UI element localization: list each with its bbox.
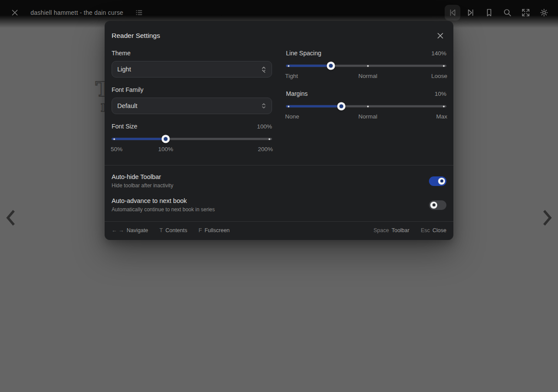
- skip-next-icon: [466, 8, 476, 17]
- line-spacing-value: 140%: [431, 50, 446, 57]
- line-spacing-label: Line Spacing: [286, 50, 321, 57]
- margins-label: Margins: [286, 90, 308, 97]
- line-spacing-slider[interactable]: [286, 62, 446, 70]
- theme-select[interactable]: Light: [112, 61, 272, 78]
- hint-label: Toolbar: [391, 227, 409, 233]
- search-icon: [503, 8, 512, 17]
- table-of-contents-button[interactable]: [131, 5, 147, 20]
- auto-hide-toolbar-switch[interactable]: [429, 176, 446, 186]
- hint-key: ← →: [112, 227, 124, 233]
- fullscreen-button[interactable]: [518, 5, 534, 20]
- contents-list-icon: [135, 8, 143, 17]
- font-family-select[interactable]: Default: [112, 98, 272, 114]
- slider-track: [286, 105, 446, 108]
- auto-hide-toolbar-title: Auto-hide Toolbar: [112, 173, 173, 180]
- margins-slider-thumb[interactable]: [337, 102, 345, 111]
- hint-toolbar: Space Toolbar: [374, 227, 409, 233]
- font-family-selected-value: Default: [117, 102, 137, 109]
- font-size-slider-thumb[interactable]: [162, 135, 170, 143]
- hint-key: Space: [374, 227, 389, 233]
- slider-dot: [367, 65, 369, 67]
- slider-dot: [288, 65, 289, 67]
- switch-knob: [438, 178, 445, 185]
- font-size-tick-max: 200%: [258, 146, 273, 152]
- hint-key: Esc: [421, 227, 430, 233]
- slider-track: [286, 65, 446, 67]
- book-title: dashiell hammett - the dain curse: [31, 9, 123, 16]
- close-icon: [437, 32, 444, 39]
- theme-label: Theme: [112, 50, 272, 57]
- theme-selected-value: Light: [117, 66, 131, 73]
- slider-dot: [113, 138, 115, 140]
- select-chevrons-icon: [261, 66, 266, 73]
- margins-tick-min: None: [285, 113, 299, 120]
- font-size-tick-min: 50%: [111, 146, 122, 152]
- close-book-button[interactable]: [7, 5, 23, 20]
- auto-advance-switch[interactable]: [429, 200, 446, 210]
- bookmark-icon: [484, 8, 494, 17]
- slider-dot: [269, 138, 270, 140]
- keyboard-hints-footer: ← → Navigate T Contents F Fullscreen Spa…: [112, 222, 446, 240]
- font-size-slider[interactable]: [112, 135, 272, 143]
- next-page-arrow[interactable]: [541, 208, 554, 227]
- slider-track: [112, 138, 272, 140]
- hint-label: Fullscreen: [204, 227, 230, 233]
- slider-fill: [286, 65, 331, 67]
- settings-gear-icon: [539, 8, 549, 17]
- line-spacing-slider-thumb[interactable]: [327, 62, 335, 70]
- next-book-button[interactable]: [463, 5, 479, 20]
- line-spacing-tick-max: Loose: [431, 73, 447, 79]
- font-size-value: 100%: [257, 123, 272, 130]
- line-spacing-tick-mid: Normal: [358, 73, 378, 79]
- hint-label: Navigate: [126, 227, 148, 233]
- bookmark-button[interactable]: [481, 5, 497, 20]
- auto-hide-toolbar-subtitle: Hide toolbar after inactivity: [112, 182, 173, 189]
- search-button[interactable]: [500, 5, 515, 20]
- previous-book-button[interactable]: [445, 5, 460, 20]
- modal-close-button[interactable]: [434, 30, 446, 42]
- auto-advance-row: Auto-advance to next book Automatically …: [112, 189, 446, 213]
- slider-fill: [286, 105, 341, 108]
- previous-page-arrow[interactable]: [4, 208, 17, 227]
- font-size-tick-mid: 100%: [158, 146, 174, 152]
- margins-tick-max: Max: [436, 113, 447, 120]
- hint-label: Contents: [165, 227, 187, 233]
- line-spacing-tick-min: Tight: [285, 73, 298, 79]
- hint-key: F: [199, 227, 202, 233]
- font-size-label: Font Size: [112, 123, 137, 130]
- reader-settings-modal: Reader Settings Theme Light Font Family …: [105, 21, 453, 240]
- hint-fullscreen: F Fullscreen: [199, 227, 230, 233]
- font-family-label: Font Family: [112, 86, 272, 93]
- auto-advance-title: Auto-advance to next book: [112, 197, 215, 204]
- hint-navigate: ← → Navigate: [112, 227, 148, 233]
- hint-contents: T Contents: [160, 227, 187, 233]
- slider-dot: [443, 65, 445, 67]
- slider-fill: [112, 138, 166, 140]
- modal-title: Reader Settings: [112, 32, 160, 40]
- margins-tick-mid: Normal: [358, 113, 378, 120]
- auto-advance-subtitle: Automatically continue to next book in s…: [112, 206, 215, 213]
- fullscreen-expand-icon: [521, 8, 531, 17]
- chevron-left-icon: [6, 210, 15, 226]
- auto-hide-toolbar-row: Auto-hide Toolbar Hide toolbar after ina…: [112, 166, 446, 189]
- hint-close: Esc Close: [421, 227, 446, 233]
- margins-value: 10%: [435, 91, 446, 97]
- switch-knob: [430, 202, 437, 209]
- margins-slider[interactable]: [286, 102, 446, 110]
- close-icon: [11, 9, 19, 17]
- hint-key: T: [160, 227, 163, 233]
- skip-previous-icon: [448, 8, 457, 17]
- hint-label: Close: [432, 227, 446, 233]
- settings-button[interactable]: [536, 5, 552, 20]
- slider-dot: [367, 105, 369, 107]
- select-chevrons-icon: [261, 102, 266, 109]
- slider-dot: [288, 105, 289, 107]
- chevron-right-icon: [543, 210, 552, 226]
- slider-dot: [443, 105, 445, 107]
